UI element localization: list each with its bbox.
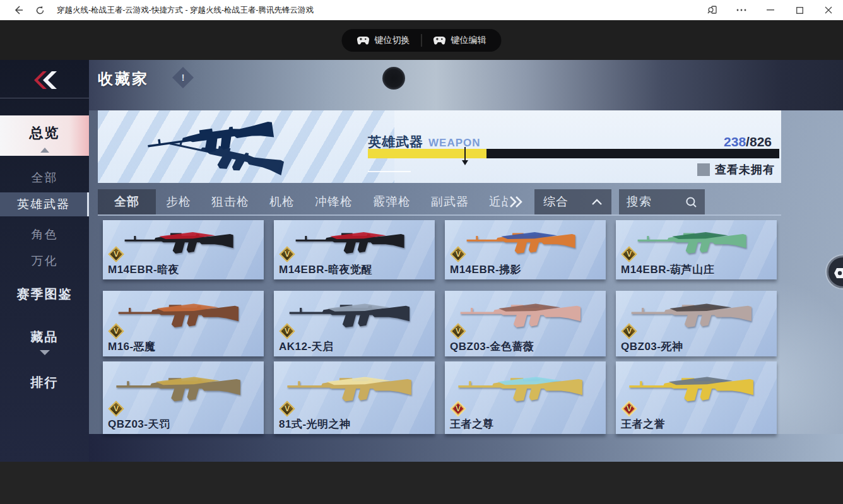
sidebar-divider — [0, 98, 89, 98]
sidebar-item-season-catalog[interactable]: 赛季图鉴 — [0, 282, 89, 306]
weapon-name: QBZ03-金色蔷薇 — [450, 339, 534, 354]
weapon-card[interactable]: V QBZ03-死神 — [616, 291, 777, 356]
triangle-up-icon — [40, 148, 49, 153]
weapon-image — [456, 223, 594, 262]
weapon-card[interactable]: V 81式-光明之神 — [274, 361, 435, 434]
grade-badge: V — [621, 323, 637, 339]
weapon-name: M16-恶魔 — [108, 339, 156, 354]
sort-dropdown[interactable]: 综合 — [534, 189, 611, 214]
info-diamond-icon[interactable]: ! — [172, 67, 194, 88]
weapon-category-tabbar: 全部 步枪 狙击枪 机枪 冲锋枪 霰弹枪 副武器 近战 综合 搜索 — [98, 189, 781, 214]
window-minimize-button[interactable] — [756, 0, 785, 20]
banner-title: 英雄武器 — [368, 133, 423, 151]
grade-badge: V — [279, 401, 295, 417]
phone-camera-notch — [382, 67, 405, 90]
weapon-name: 王者之尊 — [450, 417, 494, 431]
weapon-name: M14EBR-拂影 — [450, 262, 521, 277]
sort-label: 综合 — [543, 194, 569, 210]
weapon-image — [114, 294, 252, 337]
weapon-name: AK12-天启 — [279, 339, 334, 354]
gamepad-icon — [433, 36, 446, 45]
weapon-card[interactable]: V 王者之誉 — [616, 361, 777, 434]
checkbox-icon — [697, 163, 710, 176]
keymap-switch-button[interactable]: 键位切换 — [346, 29, 422, 52]
browser-search-page-icon[interactable] — [698, 0, 727, 20]
browser-controls — [698, 0, 843, 20]
page-title: 收藏家 — [98, 69, 149, 89]
weapon-card[interactable]: V 王者之尊 — [445, 361, 606, 434]
collection-count: 238/826 — [724, 134, 772, 149]
weapon-image — [627, 223, 765, 262]
sidebar-item-hero-weapons[interactable]: 英雄武器 — [0, 192, 89, 216]
tab-pistol[interactable]: 副武器 — [421, 189, 479, 214]
hexagon-dot-icon — [832, 266, 843, 281]
grade-badge: V — [450, 323, 466, 339]
banner-subtitle: WEAPON — [428, 137, 481, 149]
weapon-image — [627, 365, 765, 413]
search-input[interactable]: 搜索 — [619, 189, 705, 214]
weapon-card[interactable]: V M16-恶魔 — [103, 291, 264, 356]
tab-melee[interactable]: 近战 — [479, 189, 508, 214]
weapon-image — [285, 365, 423, 413]
browser-titlebar: 穿越火线-枪战王者-云游戏-快捷方式 - 穿越火线-枪战王者-腾讯先锋云游戏 — [0, 0, 843, 20]
weapon-card[interactable]: V M14EBR-暗夜 — [103, 220, 264, 279]
weapon-card[interactable]: V M14EBR-暗夜觉醒 — [274, 220, 435, 279]
show-unowned-label: 查看未拥有 — [715, 162, 775, 177]
weapon-card[interactable]: V QBZ03-天罚 — [103, 361, 264, 434]
browser-menu-icon[interactable] — [727, 0, 756, 20]
keymap-edit-button[interactable]: 键位编辑 — [422, 29, 498, 52]
weapon-image — [114, 365, 252, 413]
collection-progress-bar — [368, 149, 779, 158]
back-button[interactable] — [28, 69, 61, 91]
sidebar-item-all[interactable]: 全部 — [0, 166, 89, 190]
weapon-grid-row: V QBZ03-天罚 V 81式-光明之神 V 王者之尊 V 王者之誉 — [103, 361, 777, 434]
browser-back-icon[interactable] — [8, 0, 29, 20]
tabs-overflow-button[interactable] — [508, 189, 528, 214]
grade-badge: V — [108, 323, 124, 339]
weapon-card[interactable]: V M14EBR-拂影 — [445, 220, 606, 279]
sidebar-item-collections[interactable]: 藏品 — [0, 325, 89, 349]
cloud-game-toolbar: 键位切换 键位编辑 — [0, 20, 843, 60]
chevron-up-icon — [591, 199, 603, 206]
tab-all[interactable]: 全部 — [98, 189, 156, 214]
grade-badge: V — [621, 401, 637, 417]
window-maximize-button[interactable] — [785, 0, 814, 20]
search-placeholder: 搜索 — [627, 194, 652, 210]
game-sky-background — [89, 60, 843, 110]
weapon-card[interactable]: V AK12-天启 — [274, 291, 435, 356]
tab-mg[interactable]: 机枪 — [259, 189, 305, 214]
weapon-name: M14EBR-葫芦山庄 — [621, 262, 714, 277]
show-unowned-toggle[interactable]: 查看未拥有 — [697, 162, 775, 177]
weapon-image — [285, 223, 423, 262]
browser-reload-icon[interactable] — [29, 0, 50, 20]
gamepad-icon — [357, 36, 370, 45]
hero-weapon-banner: 英雄武器 WEAPON 238/826 查看未拥有 — [98, 110, 781, 183]
tab-sniper[interactable]: 狙击枪 — [201, 189, 259, 214]
keymap-switch-label: 键位切换 — [375, 35, 410, 46]
game-bottom-gradient — [89, 434, 843, 462]
grade-badge: V — [450, 401, 466, 417]
sidebar-item-characters[interactable]: 角色 — [0, 223, 89, 247]
keymap-edit-label: 键位编辑 — [451, 35, 486, 46]
grade-badge: V — [108, 401, 124, 417]
weapon-image — [114, 223, 252, 262]
weapon-name: 81式-光明之神 — [279, 417, 351, 431]
sidebar-item-wanhua[interactable]: 万化 — [0, 249, 89, 273]
sidebar-item-ranking[interactable]: 排行 — [0, 370, 89, 394]
sidebar: 总览 全部 英雄武器 角色 万化 赛季图鉴 藏品 排行 — [0, 60, 89, 462]
tab-rifle[interactable]: 步枪 — [156, 189, 201, 214]
weapon-card[interactable]: V QBZ03-金色蔷薇 — [445, 291, 606, 356]
browser-tab-title: 穿越火线-枪战王者-云游戏-快捷方式 - 穿越火线-枪战王者-腾讯先锋云游戏 — [57, 5, 698, 16]
grade-badge: V — [621, 246, 637, 262]
grade-badge: V — [108, 246, 124, 262]
weapon-image — [456, 294, 594, 337]
weapon-card[interactable]: V M14EBR-葫芦山庄 — [616, 220, 777, 279]
tab-shotgun[interactable]: 霰弹枪 — [363, 189, 421, 214]
tab-smg[interactable]: 冲锋枪 — [305, 189, 363, 214]
sidebar-item-overview[interactable]: 总览 — [0, 115, 89, 156]
window-close-button[interactable] — [814, 0, 843, 20]
chevron-left-icon — [43, 71, 57, 89]
weapon-image — [456, 365, 594, 413]
grade-badge: V — [450, 246, 466, 262]
grade-badge: V — [279, 323, 295, 339]
